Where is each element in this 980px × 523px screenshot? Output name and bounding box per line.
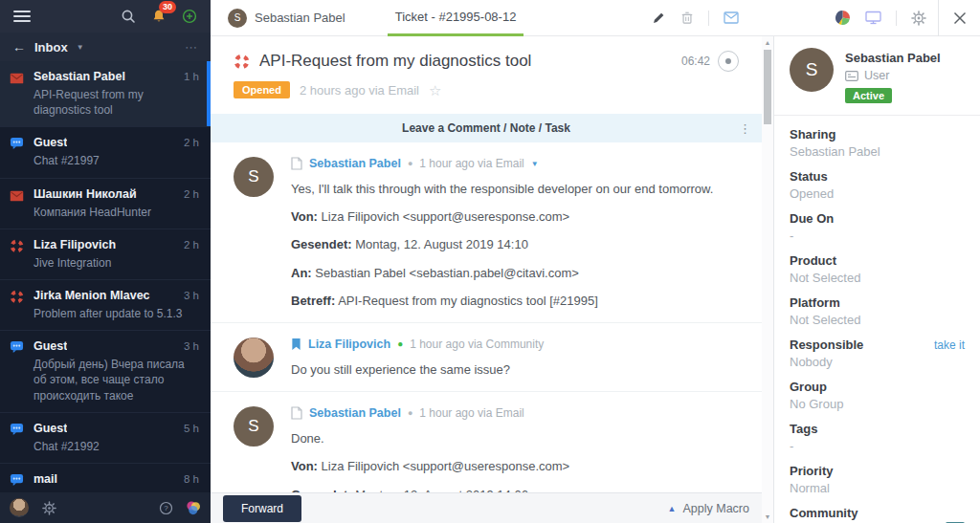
help-icon[interactable]: ?: [159, 501, 173, 515]
detail-value[interactable]: Not Selected: [790, 271, 965, 285]
conversation-sender: mail: [33, 472, 57, 486]
comment-body: Do you still experience the same issue?: [291, 361, 739, 379]
tab-ticket[interactable]: Ticket - #21995-08-12: [388, 0, 524, 36]
customer-name: Sebastian Pabel: [255, 11, 345, 25]
ticket-icon: [234, 54, 250, 70]
gear-icon[interactable]: [42, 501, 56, 515]
detail-value[interactable]: Normal: [790, 481, 965, 495]
scroll-up-icon[interactable]: ▲: [762, 39, 773, 46]
detail-value[interactable]: No Group: [790, 397, 965, 411]
email-icon: [10, 70, 25, 118]
conversation-preview: API-Request from my diagnostics tool: [33, 87, 199, 118]
detail-field: PriorityNormal: [790, 464, 965, 495]
comment-meta: 1 hour ago via Email: [419, 406, 523, 420]
avatar[interactable]: S: [234, 157, 274, 197]
online-dot: ●: [397, 338, 403, 349]
sidebar-topbar: 30: [0, 0, 211, 33]
mail-icon[interactable]: [724, 11, 739, 24]
detail-value[interactable]: Sebastian Pabel: [790, 144, 965, 159]
take-it-link[interactable]: take it: [934, 338, 965, 352]
scroll-down-icon[interactable]: ▼: [762, 513, 773, 520]
comment-body: Done.Von: Liza Filipovich <support@usere…: [291, 430, 739, 492]
list-item[interactable]: Sebastian Pabel1 hAPI-Request from my di…: [0, 61, 211, 127]
list-item[interactable]: Jirka Menion Mlavec3 hProblem after upda…: [0, 280, 211, 331]
chevron-down-icon[interactable]: ▼: [77, 43, 84, 52]
scrollbar-thumb[interactable]: [764, 50, 771, 124]
comment-line: Done.: [291, 430, 739, 447]
conversation-sender: Guest: [33, 136, 67, 149]
detail-field: ProductNot Selected: [790, 253, 965, 285]
list-item[interactable]: Guest2 hChat #21997: [0, 127, 211, 178]
timer-value: 06:42: [681, 54, 710, 68]
close-button[interactable]: [938, 0, 980, 36]
sidebar: 30 ← Inbox ▼ ⋯ Sebastian Pabel1 hAPI-Req…: [0, 0, 211, 523]
requester-avatar[interactable]: S: [790, 48, 834, 92]
comment-author-link[interactable]: Sebastian Pabel: [309, 406, 401, 420]
apps-color-logo-icon[interactable]: [186, 500, 201, 515]
list-item[interactable]: Liza Filipovich2 hJive Integration: [0, 229, 211, 280]
list-item[interactable]: Guest3 hДобрый день) Вчера писала об это…: [0, 331, 211, 413]
comment-author-link[interactable]: Sebastian Pabel: [309, 157, 401, 170]
trash-icon[interactable]: [680, 11, 694, 25]
detail-value[interactable]: -: [790, 229, 965, 243]
scrollbar[interactable]: ▲ ▼: [762, 36, 773, 523]
inbox-more-icon[interactable]: ⋯: [185, 40, 198, 54]
comment-dropdown-icon[interactable]: ▼: [531, 160, 539, 168]
details-fields: SharingSebastian PabelStatusOpenedDue On…: [790, 127, 965, 523]
detail-value[interactable]: Nobody: [790, 355, 965, 369]
svg-text:?: ?: [164, 504, 168, 512]
bookmark-icon: [291, 338, 301, 351]
divider: [774, 115, 980, 116]
leave-comment-bar[interactable]: Leave a Comment / Note / Task ⋮: [211, 114, 762, 142]
avatar[interactable]: [234, 338, 274, 378]
detail-field: Due On-: [790, 211, 965, 243]
search-icon[interactable]: [121, 9, 136, 24]
requester-name: Sebastian Pabel: [845, 51, 941, 65]
hamburger-menu-icon[interactable]: [13, 8, 31, 25]
notifications-bell-icon[interactable]: 30: [151, 9, 167, 24]
inbox-title[interactable]: Inbox: [34, 40, 68, 54]
apply-macro-button[interactable]: ▲ Apply Macro: [668, 502, 749, 515]
conversation-preview: Добрый день) Вчера писала об этом, все ч…: [33, 357, 199, 403]
id-card-icon: [845, 71, 858, 81]
detail-value[interactable]: Not Selected: [790, 313, 965, 327]
star-icon[interactable]: ☆: [429, 83, 441, 98]
back-arrow-icon[interactable]: ←: [12, 40, 26, 54]
conversation-time: 3 h: [176, 340, 199, 352]
conversation-preview: Problem after update to 5.1.3: [33, 306, 199, 321]
main-header: S Sebastian Pabel Ticket - #21995-08-12: [211, 0, 980, 36]
detail-value[interactable]: Opened: [790, 186, 965, 201]
separator-dot: ●: [408, 408, 412, 418]
reports-pie-icon[interactable]: [835, 10, 851, 26]
email-icon: [10, 187, 25, 220]
conversation-preview: Компания HeadHunter: [33, 205, 199, 220]
list-item[interactable]: Guest5 hChat #21992: [0, 413, 211, 464]
detail-label: Status: [790, 169, 965, 184]
comment-line: An: Sebastian Pabel <sebastian.pabel@cit…: [291, 265, 739, 282]
detail-value[interactable]: -: [790, 439, 965, 453]
conversation-preview: Jive Integration: [33, 255, 199, 271]
forward-button[interactable]: Forward: [223, 495, 301, 522]
timer-record-button[interactable]: [718, 51, 739, 72]
settings-gear-icon[interactable]: [911, 11, 926, 26]
detail-label: Due On: [790, 211, 965, 226]
conversation-preview: Chat #21992: [33, 439, 199, 454]
detail-field: GroupNo Group: [790, 380, 965, 411]
comment-line: Betreff: API-Request from my diagnostics…: [291, 293, 739, 310]
conversation-sender: Jirka Menion Mlavec: [33, 289, 150, 302]
detail-field: Tags-: [790, 422, 965, 453]
list-item[interactable]: Шашкин Николай2 hКомпания HeadHunter: [0, 179, 211, 229]
comment-options-icon[interactable]: ⋮: [739, 121, 751, 136]
ticket-icon: [10, 289, 25, 321]
conversation-time: 3 h: [176, 290, 199, 301]
comment-author-link[interactable]: Liza Filipovich: [308, 338, 390, 351]
customer-chip[interactable]: S Sebastian Pabel: [228, 9, 345, 28]
edit-icon[interactable]: [652, 11, 666, 25]
user-avatar[interactable]: [10, 498, 29, 517]
add-new-icon[interactable]: [182, 9, 197, 24]
comment-body: Yes, I'll talk this through with the res…: [291, 181, 739, 310]
chat-icon: [10, 339, 25, 403]
display-icon[interactable]: [865, 11, 881, 25]
comment: Liza Filipovich●1 hour ago via Community…: [211, 323, 762, 392]
avatar[interactable]: S: [234, 406, 274, 447]
